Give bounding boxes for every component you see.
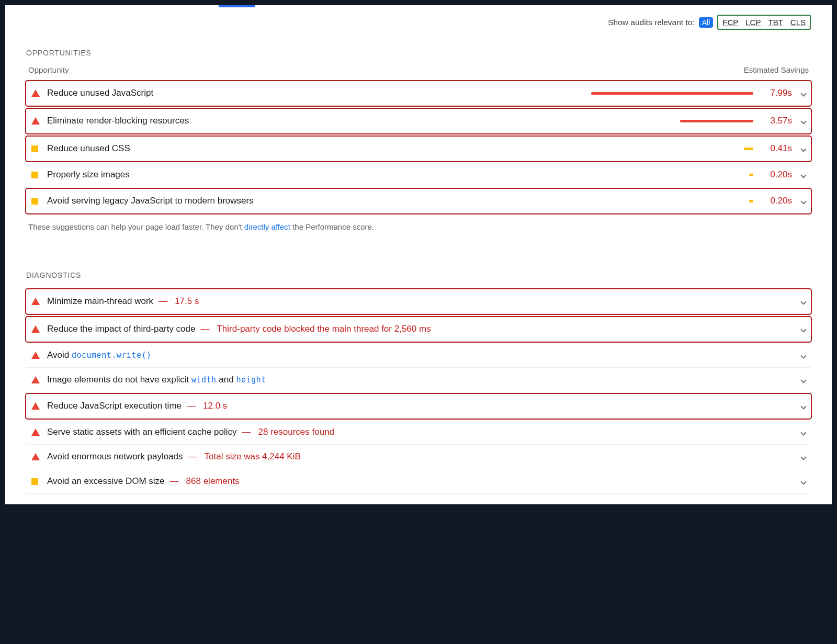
chevron-down-icon bbox=[800, 403, 806, 409]
diagnostic-title-wrap: Image elements do not have explicit widt… bbox=[47, 375, 792, 385]
filter-fcp[interactable]: FCP bbox=[722, 18, 738, 27]
fail-triangle-icon bbox=[31, 298, 47, 305]
opportunity-row[interactable]: Properly size images0.20s bbox=[26, 163, 811, 187]
diagnostics-list: Minimize main-thread work—17.5 sReduce t… bbox=[26, 288, 811, 494]
fail-triangle-icon bbox=[31, 428, 47, 436]
expand-chevron[interactable] bbox=[792, 401, 806, 411]
fail-triangle-icon bbox=[31, 352, 47, 359]
filter-cls[interactable]: CLS bbox=[790, 18, 806, 27]
warn-square-icon bbox=[31, 172, 47, 178]
dash-separator: — bbox=[159, 296, 167, 306]
chevron-down-icon bbox=[800, 454, 806, 460]
expand-chevron[interactable] bbox=[792, 452, 806, 461]
expand-chevron[interactable] bbox=[792, 477, 806, 486]
warn-square-icon bbox=[31, 478, 47, 485]
opportunity-row[interactable]: Reduce unused CSS0.41s bbox=[26, 137, 811, 161]
estimated-savings: 0.20s bbox=[763, 196, 792, 206]
expand-chevron[interactable] bbox=[792, 196, 806, 206]
chevron-down-icon bbox=[800, 430, 806, 435]
expand-chevron[interactable] bbox=[792, 427, 806, 437]
col-opportunity: Opportunity bbox=[28, 65, 69, 74]
savings-bar bbox=[680, 120, 753, 122]
chevron-down-icon bbox=[800, 118, 806, 124]
diagnostic-title-wrap: Serve static assets with an efficient ca… bbox=[47, 427, 792, 437]
col-savings: Estimated Savings bbox=[744, 65, 809, 74]
filter-lcp[interactable]: LCP bbox=[745, 18, 761, 27]
chevron-down-icon bbox=[800, 146, 806, 152]
filter-all-button[interactable]: All bbox=[699, 17, 714, 28]
opportunities-list: Reduce unused JavaScript7.99sEliminate r… bbox=[26, 80, 811, 215]
fail-triangle-icon bbox=[31, 117, 47, 125]
savings-bar bbox=[749, 174, 753, 176]
chevron-down-icon bbox=[800, 198, 806, 204]
diagnostic-row[interactable]: Reduce JavaScript execution time—12.0 s bbox=[26, 394, 811, 419]
diagnostic-detail: Third-party code blocked the main thread… bbox=[217, 324, 431, 334]
diagnostic-row[interactable]: Avoid an excessive DOM size—868 elements bbox=[26, 469, 811, 494]
chevron-down-icon bbox=[800, 326, 806, 332]
diagnostic-title-wrap: Reduce JavaScript execution time—12.0 s bbox=[47, 401, 792, 411]
diagnostic-detail: 28 resources found bbox=[258, 427, 335, 437]
dash-separator: — bbox=[200, 324, 209, 334]
estimated-savings: 7.99s bbox=[763, 88, 792, 98]
opportunities-table-head: Opportunity Estimated Savings bbox=[26, 65, 811, 80]
expand-chevron[interactable] bbox=[792, 170, 806, 179]
savings-bar bbox=[744, 148, 753, 150]
expand-chevron[interactable] bbox=[792, 144, 806, 153]
diagnostic-row[interactable]: Image elements do not have explicit widt… bbox=[26, 368, 811, 392]
diagnostic-title: Minimize main-thread work bbox=[47, 296, 153, 306]
fail-triangle-icon bbox=[31, 402, 47, 410]
filter-tbt[interactable]: TBT bbox=[768, 18, 783, 27]
fail-triangle-icon bbox=[31, 376, 47, 383]
fail-triangle-icon bbox=[31, 453, 47, 460]
diagnostic-detail: 868 elements bbox=[186, 476, 240, 486]
diagnostic-title: Serve static assets with an efficient ca… bbox=[47, 427, 237, 437]
footnote-pre: These suggestions can help your page loa… bbox=[28, 222, 244, 231]
opportunity-row[interactable]: Eliminate render-blocking resources3.57s bbox=[26, 109, 811, 133]
chevron-down-icon bbox=[800, 172, 806, 178]
opportunity-title: Eliminate render-blocking resources bbox=[47, 116, 189, 126]
audit-filter-row: Show audits relevant to: All FCP LCP TBT… bbox=[26, 5, 811, 42]
diagnostics-heading: DIAGNOSTICS bbox=[26, 271, 811, 279]
dash-separator: — bbox=[188, 451, 197, 461]
code-keyword: height bbox=[236, 375, 266, 385]
expand-chevron[interactable] bbox=[792, 375, 806, 385]
active-tab-indicator bbox=[219, 5, 255, 7]
opportunity-row[interactable]: Avoid serving legacy JavaScript to moder… bbox=[26, 189, 811, 213]
diagnostic-title: Image elements do not have explicit widt… bbox=[47, 375, 266, 385]
diagnostic-row[interactable]: Reduce the impact of third-party code—Th… bbox=[26, 317, 811, 342]
diagnostic-row[interactable]: Avoid enormous network payloads—Total si… bbox=[26, 445, 811, 469]
code-keyword: width bbox=[191, 375, 217, 385]
expand-chevron[interactable] bbox=[792, 88, 806, 98]
opportunity-title: Avoid serving legacy JavaScript to moder… bbox=[47, 196, 254, 206]
diagnostic-row[interactable]: Minimize main-thread work—17.5 s bbox=[26, 289, 811, 314]
chevron-down-icon bbox=[800, 91, 806, 96]
diagnostic-title-wrap: Avoid an excessive DOM size—868 elements bbox=[47, 476, 792, 487]
code-keyword: document.write() bbox=[72, 351, 152, 360]
footnote-post: the Performance score. bbox=[290, 222, 374, 231]
filter-metrics-group: FCP LCP TBT CLS bbox=[717, 15, 811, 30]
diagnostic-detail: 12.0 s bbox=[203, 401, 227, 411]
opportunity-title: Reduce unused CSS bbox=[47, 143, 130, 154]
warn-square-icon bbox=[31, 145, 47, 152]
diagnostic-row[interactable]: Avoid document.write() bbox=[26, 343, 811, 368]
diagnostic-title: Avoid an excessive DOM size bbox=[47, 476, 165, 486]
expand-chevron[interactable] bbox=[792, 351, 806, 360]
expand-chevron[interactable] bbox=[792, 324, 806, 334]
footnote-link[interactable]: directly affect bbox=[244, 222, 290, 231]
expand-chevron[interactable] bbox=[792, 297, 806, 306]
dash-separator: — bbox=[187, 401, 196, 411]
savings-bar-container bbox=[189, 120, 763, 122]
lighthouse-panel: Show audits relevant to: All FCP LCP TBT… bbox=[5, 5, 832, 504]
chevron-down-icon bbox=[800, 353, 806, 358]
diagnostic-title-wrap: Avoid enormous network payloads—Total si… bbox=[47, 451, 792, 462]
expand-chevron[interactable] bbox=[792, 116, 806, 126]
diagnostic-row[interactable]: Serve static assets with an efficient ca… bbox=[26, 420, 811, 445]
dash-separator: — bbox=[242, 427, 251, 437]
filter-label: Show audits relevant to: bbox=[608, 18, 694, 27]
diagnostic-title-wrap: Reduce the impact of third-party code—Th… bbox=[47, 324, 792, 334]
savings-bar-container bbox=[130, 174, 763, 176]
opportunities-footnote: These suggestions can help your page loa… bbox=[26, 215, 811, 231]
opportunity-row[interactable]: Reduce unused JavaScript7.99s bbox=[26, 81, 811, 106]
savings-bar-container bbox=[130, 148, 763, 150]
opportunities-heading: OPPORTUNITIES bbox=[26, 49, 811, 57]
